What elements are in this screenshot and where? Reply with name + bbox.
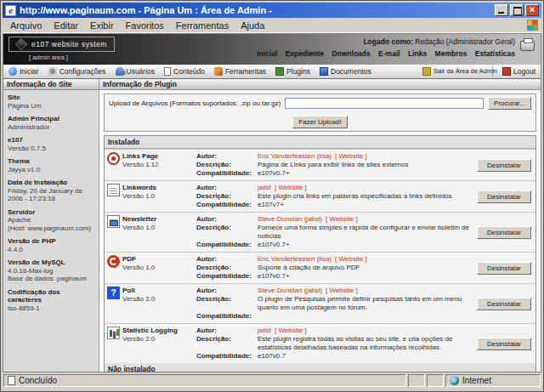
status-text: Concluído: [19, 376, 57, 385]
conteudo-icon: [164, 67, 171, 76]
toolbar-item-configuracoes[interactable]: Configurações: [48, 67, 106, 76]
admin-toolbar: Iniciar Configurações Usuários Conteúdo …: [3, 65, 541, 79]
author-link[interactable]: jalist: [258, 327, 271, 334]
website-link[interactable]: [ Website ]: [326, 215, 358, 223]
content-area: Informação do Site Site Página Um Admin …: [3, 79, 541, 372]
toolbar-item-iniciar[interactable]: Iniciar: [8, 67, 39, 76]
website-link[interactable]: [ Website ]: [326, 287, 358, 294]
site-logo-title: e107 website system: [31, 40, 107, 48]
status-zone-panel: Internet: [445, 374, 541, 387]
usuarios-icon: [116, 67, 124, 76]
toolbar-item-ferramentas[interactable]: Ferramentas: [214, 67, 266, 76]
site-info-entry: Thema Jayya v1.0: [8, 157, 94, 173]
toolbar-item-plugins[interactable]: Plugins: [275, 67, 310, 76]
uninstall-button[interactable]: Desinstalar: [477, 298, 531, 310]
status-bar: Concluído Internet: [3, 372, 541, 389]
uninstall-button[interactable]: Desinstalar: [477, 190, 531, 203]
status-main-panel: Concluído: [3, 374, 406, 387]
plugin-row-poll: Poll Versão 2.0 Autor: Steve Dunstan (ja…: [105, 283, 536, 323]
upload-box: Upload de Arquivos (Formatos suportados:…: [104, 94, 536, 132]
toolbar-label: Conteúdo: [173, 67, 205, 76]
browser-window: http://www.paginaum.com - Página Um : Ár…: [0, 0, 544, 392]
exit-admin-area-link[interactable]: Sair da Área de Admin: [422, 67, 483, 76]
uninstall-button[interactable]: Desinstalar: [477, 338, 531, 350]
toolbar-item-usuarios[interactable]: Usuários: [116, 67, 156, 76]
site-nav: Inicial Expediente Downloads E-mail Link…: [251, 49, 515, 58]
nav-link-downloads[interactable]: Downloads: [332, 49, 370, 58]
plugin-row-linkwords: Linkwords Versão 1.0 Autor: jalist[ Webs…: [105, 180, 536, 212]
site-info-entry: Codificação dos caracteres iso-8859-1: [8, 288, 94, 313]
menu-bar: Arquivo Editar Exibir Favoritos Ferramen…: [3, 18, 541, 33]
site-info-entry: Site Página Um: [8, 94, 94, 110]
menu-item-ajuda[interactable]: Ajuda: [235, 20, 270, 31]
author-link[interactable]: Steve Dunstan (jalist): [258, 287, 322, 294]
poll-icon: [107, 287, 120, 299]
website-link[interactable]: [ Website ]: [335, 152, 367, 160]
menu-item-arquivo[interactable]: Arquivo: [4, 20, 48, 31]
uninstall-button[interactable]: Desinstalar: [477, 262, 531, 275]
logout-icon: [502, 67, 511, 76]
status-zone-text: Internet: [462, 376, 491, 385]
title-bar: http://www.paginaum.com - Página Um : Ár…: [3, 3, 541, 18]
iniciar-icon: [8, 67, 17, 76]
plugin-row-statistic-logging: Statistic Logging Versão 2.0 Autor: jali…: [105, 323, 536, 363]
printer-icon[interactable]: [520, 41, 535, 51]
site-info-entry: Versão de MySQL 4.0.18-Max-log Base de d…: [8, 258, 94, 283]
site-info-entry: Data de Instalação Friday, 20 de January…: [8, 179, 94, 203]
linkwords-icon: [107, 184, 120, 196]
menu-item-favoritos[interactable]: Favoritos: [120, 20, 170, 31]
nav-link-links[interactable]: Links: [408, 49, 427, 58]
logged-as-label: Logado como:: [363, 37, 413, 46]
nav-link-expediente[interactable]: Expediente: [286, 49, 324, 58]
logout-link[interactable]: Logout: [502, 67, 536, 76]
newsletter-icon: [107, 215, 120, 228]
plugin-row-newsletter: Newsletter Versão 1.0 Autor: Steve Dunst…: [105, 212, 536, 252]
website-link[interactable]: [ Website ]: [335, 255, 367, 263]
logout-label: Logout: [513, 67, 536, 76]
menu-item-editar[interactable]: Editar: [48, 20, 84, 31]
upload-file-input[interactable]: [285, 98, 484, 109]
nav-link-email[interactable]: E-mail: [378, 49, 400, 58]
website-link[interactable]: [ Website ]: [275, 327, 307, 334]
upload-button[interactable]: Fazer Upload!: [292, 116, 347, 128]
window-title: http://www.paginaum.com - Página Um : Ár…: [20, 5, 491, 15]
menu-item-ferramentas[interactable]: Ferramentas: [170, 20, 235, 31]
website-link[interactable]: [ Website ]: [275, 184, 307, 191]
nav-link-estatisticas[interactable]: Estatísticas: [475, 49, 515, 58]
author-link[interactable]: Steve Dunstan (jalist): [258, 215, 322, 223]
links-page-icon: [107, 152, 120, 165]
uninstall-button[interactable]: Desinstalar: [477, 226, 531, 239]
toolbar-item-conteudo[interactable]: Conteúdo: [164, 67, 205, 76]
minimize-button[interactable]: [495, 4, 508, 16]
exit-admin-icon: [422, 67, 431, 76]
toolbar-label: Ferramentas: [225, 67, 266, 76]
windows-logo-icon: [527, 20, 538, 31]
nav-link-inicial[interactable]: Inicial: [257, 49, 277, 58]
toolbar-label: Usuários: [127, 67, 156, 76]
author-link[interactable]: Eric Vanderfeesten (lisa): [258, 152, 332, 160]
uninstall-button[interactable]: Desinstalar: [477, 159, 531, 172]
author-link[interactable]: jalist: [258, 184, 271, 191]
page-viewport: e107 website system [ admin area ] Logad…: [3, 33, 541, 372]
upload-label: Upload de Arquivos (Formatos suportados:…: [109, 99, 280, 107]
logged-as-value: Redação (Administrador Geral): [415, 37, 515, 46]
internet-globe-icon: [450, 376, 459, 385]
header-right: Logado como: Redação (Administrador Gera…: [251, 37, 515, 58]
author-link[interactable]: Eric Vanderfeesten (lisa): [258, 255, 332, 263]
browse-button[interactable]: Procurar...: [488, 97, 531, 110]
toolbar-label: Configurações: [60, 67, 106, 76]
toolbar-label: Iniciar: [20, 67, 39, 76]
nav-link-membros[interactable]: Membros: [435, 49, 468, 58]
ie-page-icon: [5, 5, 16, 16]
documentos-icon: [320, 67, 328, 76]
pdf-icon: [107, 255, 120, 268]
sidebar-title: Informação do Site: [3, 79, 99, 90]
close-button[interactable]: [525, 4, 539, 16]
status-small-panel: [427, 374, 444, 387]
menu-item-exibir[interactable]: Exibir: [84, 20, 120, 31]
toolbar-item-documentos[interactable]: Documentos: [320, 67, 371, 76]
plugins-icon: [275, 67, 284, 76]
maximize-button[interactable]: [510, 4, 524, 16]
site-info-sidebar: Informação do Site Site Página Um Admin …: [3, 79, 99, 372]
plugin-panel: Informação do Plugin Upload de Arquivos …: [99, 79, 541, 372]
